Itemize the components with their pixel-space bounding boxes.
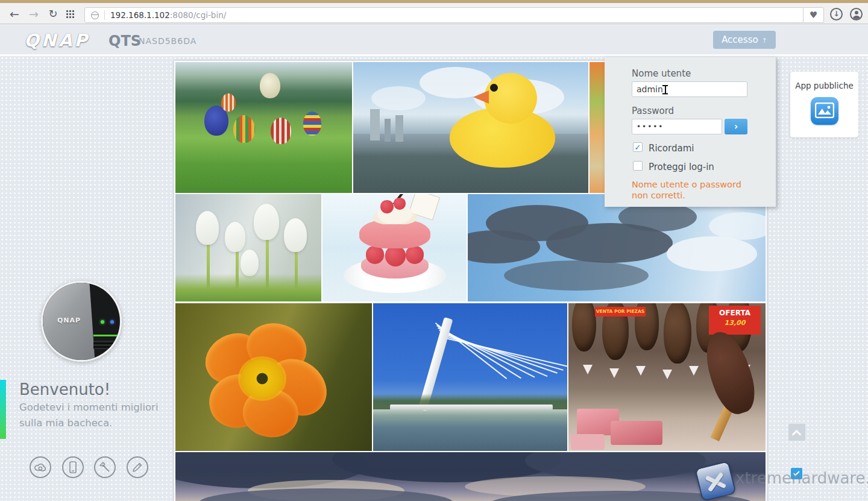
duck-beak: [473, 90, 489, 104]
nas-device-photo: QNAP: [41, 281, 122, 362]
site-info-icon[interactable]: [91, 11, 99, 19]
reload-icon[interactable]: ↻: [46, 7, 60, 21]
photo-ham-shop[interactable]: VENTA POR PIEZAS OFERTA 13,00: [568, 303, 766, 451]
back-icon[interactable]: ←: [7, 7, 22, 21]
balloon-shape: [233, 115, 255, 143]
welcome-title: Benvenuto!: [19, 380, 110, 399]
skyscraper: [395, 115, 403, 142]
bridge-deck: [390, 405, 553, 410]
poppy-center: [241, 359, 284, 399]
photo-white-tulips[interactable]: [175, 194, 321, 301]
duck-eye: [490, 84, 498, 92]
protect-login-label: Proteggi log-in: [649, 162, 714, 172]
nas-drive-light: [93, 335, 119, 336]
collapse-arrow-icon: ↑: [762, 37, 767, 45]
device-name: NASD5B6DA: [139, 36, 197, 46]
balloon-shape: [221, 93, 236, 112]
sidebar-action-icons: [30, 456, 148, 478]
photo-hot-air-balloons[interactable]: [175, 62, 352, 193]
balloon-shape: [303, 112, 321, 136]
photo-sunset-clouds[interactable]: [175, 452, 766, 501]
tulip-leaves: [175, 274, 321, 301]
shop-sign-left: VENTA POR PIEZAS: [595, 307, 646, 317]
photo-orange-poppy[interactable]: [175, 303, 372, 451]
photo-cloudy-sky[interactable]: [468, 194, 766, 301]
usb-led-icon: [110, 320, 114, 324]
dessert-card: [409, 194, 440, 221]
password-label: Password: [632, 106, 674, 116]
login-panel: Nome utente Password › ✓ Ricordami Prote…: [605, 57, 776, 207]
url-divider: [104, 10, 105, 20]
shop-sign-offer: OFERTA 13,00: [709, 306, 761, 335]
profile-icon[interactable]: [850, 8, 863, 20]
login-submit-button[interactable]: ›: [725, 119, 747, 134]
status-led-icon: [101, 320, 104, 324]
address-bar[interactable]: 192.168.1.102:8080/cgi-bin/: [84, 7, 804, 23]
protect-login-checkbox[interactable]: [633, 161, 643, 171]
balloon-shape: [271, 118, 291, 144]
url-path: :8080/cgi-bin/: [170, 10, 227, 20]
mobile-phone-icon[interactable]: [62, 456, 84, 478]
login-error-message: Nome utente o password non corretti.: [632, 180, 760, 201]
qts-header: QNAP QTS NASD5B6DA Accesso↑: [0, 24, 868, 56]
browser-toolbar: ← → ↻ 192.168.1.102:8080/cgi-bin/ ♥ ↓: [0, 3, 868, 24]
accent-gradient-strip: [0, 380, 6, 439]
download-icon[interactable]: ↓: [830, 8, 843, 20]
username-input[interactable]: [632, 81, 747, 97]
cloud-link-icon[interactable]: [30, 456, 51, 478]
watermark-text: xtremehardware.com: [735, 469, 868, 487]
pencil-edit-icon[interactable]: [127, 456, 148, 478]
photo-station-app-icon[interactable]: [811, 97, 838, 125]
screen: ← → ↻ 192.168.1.102:8080/cgi-bin/ ♥ ↓ QN…: [0, 0, 868, 501]
forward-icon[interactable]: →: [27, 7, 41, 21]
apps-grid-icon[interactable]: [66, 10, 74, 18]
photo-cable-bridge[interactable]: [373, 303, 567, 451]
username-label: Nome utente: [632, 68, 691, 79]
qnap-logo: QNAP: [24, 30, 90, 51]
photo-rubber-duck-harbour[interactable]: [353, 62, 588, 193]
remember-label: Ricordami: [649, 143, 694, 154]
bookmark-heart-icon[interactable]: ♥: [804, 7, 824, 23]
welcome-subtitle: Godetevi i momenti migliori sulla mia ba…: [19, 400, 159, 431]
hammer-tool-icon[interactable]: [94, 456, 116, 478]
photo-macaron-dessert[interactable]: [322, 194, 467, 301]
remember-checkbox[interactable]: ✓: [633, 142, 643, 152]
skyscraper: [385, 119, 391, 142]
price-label: 13,00: [709, 319, 761, 327]
login-button[interactable]: Accesso↑: [713, 31, 776, 49]
duck-head: [484, 73, 537, 124]
nas-qnap-label: QNAP: [57, 317, 81, 324]
product-name: QTS: [108, 33, 141, 49]
balloon-shape: [260, 73, 280, 98]
url-host: 192.168.1.102: [110, 10, 170, 20]
password-input[interactable]: [632, 119, 722, 134]
public-apps-title: App pubbliche: [790, 81, 858, 90]
scroll-to-top-button[interactable]: [788, 424, 805, 441]
public-apps-card: App pubbliche: [790, 72, 858, 137]
skyscraper: [370, 109, 380, 140]
